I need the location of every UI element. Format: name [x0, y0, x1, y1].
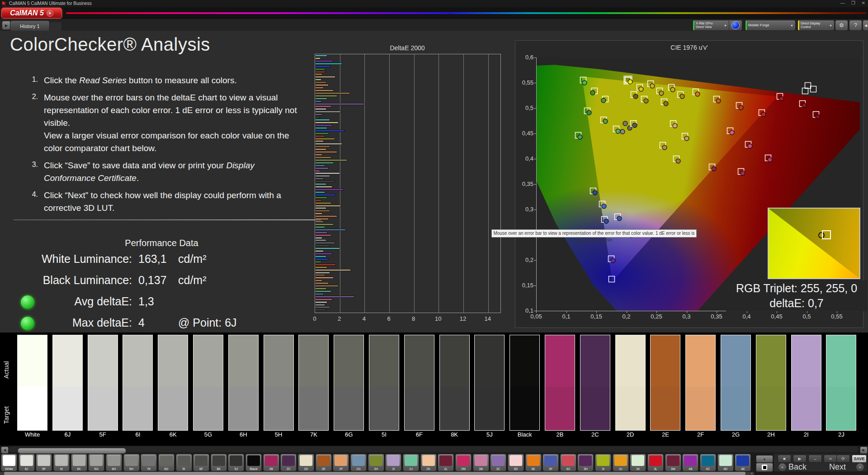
patch-chip[interactable]: 2M: [455, 454, 472, 471]
maximize-icon[interactable]: ❐: [851, 0, 855, 5]
back-arrow-icon[interactable]: «: [778, 463, 786, 471]
deltae-error-bar[interactable]: [315, 293, 324, 295]
settings-button[interactable]: ⚙: [835, 20, 848, 31]
deltae-error-bar[interactable]: [315, 272, 330, 274]
deltae-error-bar[interactable]: [315, 213, 322, 214]
patch-chip[interactable]: 2H: [368, 454, 384, 471]
deltae-error-bar[interactable]: [315, 266, 327, 268]
deltae-error-bar[interactable]: [315, 108, 326, 110]
source-selector-button[interactable]: Mobile Forge ▼: [745, 20, 796, 31]
deltae-error-bar[interactable]: [315, 301, 327, 303]
deltae-error-bar[interactable]: [315, 68, 325, 70]
close-icon[interactable]: ✕: [862, 0, 865, 5]
range-button[interactable]: ↔: [808, 455, 822, 463]
deltae-error-bar[interactable]: [315, 175, 330, 177]
calman-logo-button[interactable]: CalMAN 5 ▼: [1, 8, 62, 19]
continuous-read-button[interactable]: ∞: [824, 455, 837, 463]
patch-chip[interactable]: 3G: [560, 454, 576, 471]
deltae-error-bar[interactable]: [315, 304, 325, 306]
patch-scrollbar-thumb[interactable]: [18, 448, 126, 454]
swatch-column[interactable]: [650, 335, 680, 431]
deltae-error-bar[interactable]: [315, 95, 337, 97]
swatch-column[interactable]: [369, 335, 399, 431]
deltae-error-bar[interactable]: [315, 60, 333, 62]
deltae-error-bar[interactable]: [315, 165, 325, 166]
deltae-error-bar[interactable]: [315, 239, 326, 241]
patch-chip[interactable]: 2J: [403, 454, 419, 471]
deltae-error-bar[interactable]: [315, 92, 350, 94]
deltae-error-bar[interactable]: [315, 167, 329, 169]
deltae-error-bar[interactable]: [315, 84, 329, 86]
deltae-error-bar[interactable]: [315, 63, 342, 65]
deltae-error-bar[interactable]: [315, 151, 337, 153]
deltae-error-bar[interactable]: [315, 306, 330, 308]
swatch-column[interactable]: [791, 335, 821, 431]
patch-chip[interactable]: 5F: [36, 454, 52, 471]
swatch-column[interactable]: [404, 335, 434, 431]
deltae-error-bar[interactable]: [315, 210, 330, 212]
deltae-error-bar[interactable]: [315, 100, 321, 102]
deltae-error-bar[interactable]: [315, 81, 326, 83]
minimize-icon[interactable]: —: [840, 0, 845, 5]
back-button[interactable]: Back: [788, 462, 807, 472]
patch-chip[interactable]: 2F: [333, 454, 349, 471]
patch-chip[interactable]: 4C: [700, 454, 716, 471]
patch-chip[interactable]: 4D: [717, 454, 734, 471]
deltae-error-bar[interactable]: [315, 189, 344, 190]
patch-chip[interactable]: 6J: [19, 454, 35, 471]
patch-chip[interactable]: 3K: [630, 454, 646, 471]
deltae-error-bar[interactable]: [315, 290, 331, 292]
next-button[interactable]: Next: [829, 462, 846, 472]
patch-chip[interactable]: 3I: [595, 454, 611, 471]
deltae-error-bar[interactable]: [315, 105, 331, 107]
deltae-error-bar[interactable]: [315, 122, 339, 124]
deltae-error-bar[interactable]: [315, 223, 334, 225]
swatch-column[interactable]: [52, 335, 83, 431]
deltae-error-bar[interactable]: [315, 143, 342, 145]
chip-scrollbar-thumb[interactable]: [4, 472, 745, 475]
swatch-column[interactable]: [580, 335, 610, 431]
tab-nav-arrow-icon[interactable]: ▶: [2, 21, 11, 30]
patch-chip[interactable]: 3B: [473, 454, 489, 471]
patch-chip[interactable]: 5G: [88, 454, 104, 471]
swatch-column[interactable]: [826, 335, 856, 431]
deltae-error-bar[interactable]: [315, 172, 340, 174]
deltae-error-bar[interactable]: [315, 90, 334, 91]
swatch-column[interactable]: [334, 335, 364, 431]
deltae-error-bar[interactable]: [315, 183, 326, 185]
swatch-column[interactable]: [756, 335, 786, 431]
deltae-error-bar[interactable]: [315, 170, 320, 172]
patch-chip[interactable]: 5J: [228, 454, 244, 471]
swatch-column[interactable]: [17, 335, 47, 431]
patch-chip[interactable]: 2G: [350, 454, 367, 471]
swatch-column[interactable]: [88, 335, 118, 431]
patch-chip[interactable]: 3C: [490, 454, 506, 471]
swatch-column[interactable]: [721, 335, 751, 431]
deltae-error-bar[interactable]: [315, 133, 329, 134]
meter-mode-icon[interactable]: [731, 21, 740, 29]
patch-chip[interactable]: 2C: [280, 454, 297, 471]
patch-chip[interactable]: 7K: [141, 454, 157, 471]
deltae-error-bar[interactable]: [315, 264, 336, 266]
patch-chip[interactable]: 6G: [158, 454, 175, 471]
deltae-error-bar[interactable]: [315, 114, 322, 115]
swatch-column[interactable]: [685, 335, 716, 431]
deltae-error-bar[interactable]: [315, 269, 351, 271]
deltae-error-bar[interactable]: [315, 76, 335, 78]
deltae-error-bar[interactable]: [315, 148, 326, 150]
patch-chip[interactable]: 3J: [613, 454, 629, 471]
swatch-column[interactable]: [158, 335, 188, 431]
deltae-error-bar[interactable]: [315, 207, 326, 209]
deltae-error-bar[interactable]: [315, 186, 332, 188]
deltae-error-bar[interactable]: [315, 111, 341, 113]
deltae-error-bar[interactable]: [315, 55, 327, 57]
deltae-error-bar[interactable]: [315, 87, 324, 89]
patch-chip[interactable]: 4E: [735, 454, 751, 471]
deltae-error-bar[interactable]: [315, 218, 329, 220]
deltae-error-bar[interactable]: [315, 159, 347, 161]
swatch-column[interactable]: [228, 335, 259, 431]
refresh-button[interactable]: ⟳: [836, 455, 850, 463]
deltae-error-bar[interactable]: [315, 215, 337, 217]
swatch-column[interactable]: [545, 335, 575, 431]
deltae-error-bar[interactable]: [315, 229, 346, 231]
